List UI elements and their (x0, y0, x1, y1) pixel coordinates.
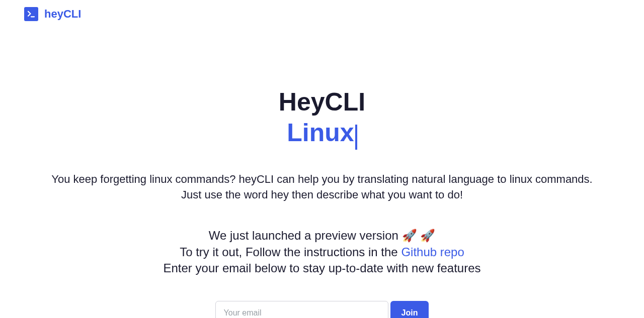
hero-description: You keep forgetting linux commands? heyC… (0, 172, 644, 203)
header: heyCLI (0, 0, 644, 28)
logo-text[interactable]: heyCLI (44, 8, 81, 21)
email-form: Join (0, 301, 644, 318)
launch-line-1: We just launched a preview version 🚀 🚀 (20, 228, 624, 244)
typing-cursor (355, 125, 357, 150)
hero-subtitle: Linux (287, 119, 354, 147)
launch-line-3: Enter your email below to stay up-to-dat… (20, 260, 624, 276)
join-button[interactable]: Join (390, 301, 429, 318)
email-input[interactable] (215, 301, 388, 318)
description-line-1: You keep forgetting linux commands? heyC… (20, 172, 624, 187)
launch-line-2-prefix: To try it out, Follow the instructions i… (180, 245, 401, 259)
launch-section: We just launched a preview version 🚀 🚀 T… (0, 228, 644, 276)
description-line-2: Just use the word hey then describe what… (20, 187, 624, 203)
hero-subtitle-wrapper: Linux (0, 116, 644, 152)
main-content: HeyCLI Linux You keep forgetting linux c… (0, 28, 644, 318)
github-repo-link[interactable]: Github repo (401, 245, 464, 259)
launch-line-2: To try it out, Follow the instructions i… (20, 244, 624, 260)
terminal-icon (24, 7, 38, 21)
hero-title: HeyCLI (0, 88, 644, 116)
